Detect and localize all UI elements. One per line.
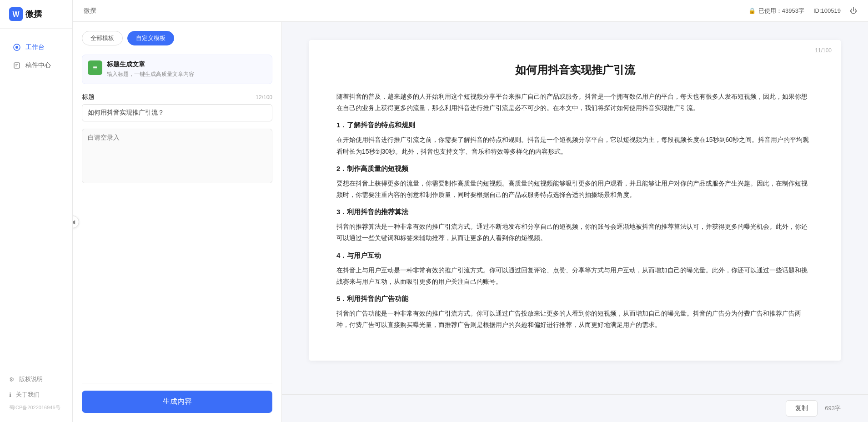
content-form-group (82, 129, 272, 185)
title-input[interactable] (82, 104, 272, 121)
right-panel-footer: 复制 693字 (282, 394, 868, 422)
workbench-icon (13, 43, 21, 51)
sidebar-about[interactable]: ℹ 关于我们 (0, 387, 72, 402)
usage-label: 已使用：43953字 (758, 7, 804, 15)
svg-rect-4 (14, 63, 20, 68)
logout-button[interactable]: ⏻ (850, 7, 857, 15)
sidebar: W 微撰 工作台 稿件中心 ⚙ (0, 0, 73, 422)
article-page: 11/100 如何用抖音实现推广引流 随着抖音的普及，越来越多的人开始利用这个短… (309, 40, 841, 361)
copy-button[interactable]: 复制 (786, 400, 818, 417)
article-para-5: 抖音的广告功能是一种非常有效的推广引流方式。你可以通过广告投放来让更多的人看到你… (336, 308, 813, 331)
template-buttons: 全部模板 自定义模板 (82, 31, 272, 45)
copyright-label: 版权说明 (19, 375, 43, 383)
topbar-title: 微撰 (84, 7, 96, 15)
content-textarea[interactable] (82, 129, 272, 183)
usage-icon: 🔒 (748, 7, 756, 14)
sidebar-footer: ⚙ 版权说明 ℹ 关于我们 蜀ICP备2022016946号 (0, 367, 72, 422)
article-heading-3: 3．利用抖音的推荐算法 (336, 208, 813, 216)
about-label: 关于我们 (16, 391, 40, 399)
sidebar-copyright[interactable]: ⚙ 版权说明 (0, 372, 72, 387)
topbar: 微撰 🔒 已使用：43953字 ID:100519 ⏻ (73, 0, 868, 22)
generate-button[interactable]: 生成内容 (82, 391, 272, 413)
left-panel: 全部模板 自定义模板 ≡ 标题生成文章 输入标题，一键生成高质量文章内容 标题 … (73, 22, 282, 422)
template-card[interactable]: ≡ 标题生成文章 输入标题，一键生成高质量文章内容 (82, 55, 272, 84)
sidebar-nav: 工作台 稿件中心 (0, 29, 72, 367)
logo-icon: W (9, 7, 23, 21)
article-container: 11/100 如何用抖音实现推广引流 随着抖音的普及，越来越多的人开始利用这个短… (282, 22, 868, 394)
template-card-title: 标题生成文章 (107, 60, 194, 69)
article-para-4: 在抖音上与用户互动是一种非常有效的推广引流方式。你可以通过回复评论、点赞、分享等… (336, 265, 813, 287)
sidebar-item-workbench-label: 工作台 (25, 43, 45, 51)
template-card-icon: ≡ (88, 60, 102, 75)
copyright-icon: ⚙ (9, 376, 15, 383)
article-heading-5: 5．利用抖音的广告功能 (336, 295, 813, 303)
about-icon: ℹ (9, 392, 11, 398)
article-heading-2: 2．制作高质量的短视频 (336, 165, 813, 173)
article-title: 如何用抖音实现推广引流 (336, 63, 813, 77)
title-label: 标题 (82, 93, 95, 101)
article-para-2: 要想在抖音上获得更多的流量，你需要制作高质量的短视频。高质量的短视频能够吸引更多… (336, 178, 813, 201)
template-card-description: 输入标题，一键生成高质量文章内容 (107, 70, 194, 78)
all-templates-button[interactable]: 全部模板 (82, 31, 123, 45)
word-count: 693字 (825, 404, 841, 412)
right-panel: 11/100 如何用抖音实现推广引流 随着抖音的普及，越来越多的人开始利用这个短… (282, 22, 868, 422)
template-card-content: 标题生成文章 输入标题，一键生成高质量文章内容 (107, 60, 194, 78)
article-heading-4: 4．与用户互动 (336, 251, 813, 260)
content-wrapper: 全部模板 自定义模板 ≡ 标题生成文章 输入标题，一键生成高质量文章内容 标题 … (73, 22, 868, 422)
id-info: ID:100519 (813, 7, 841, 14)
drafts-icon (13, 61, 21, 70)
logo-area: W 微撰 (0, 0, 72, 29)
icp-text: 蜀ICP备2022016946号 (0, 402, 72, 413)
main-area: 微撰 🔒 已使用：43953字 ID:100519 ⏻ 全部模板 自定义模板 ≡… (73, 0, 868, 422)
logo-text: 微撰 (25, 9, 42, 20)
sidebar-item-drafts-label: 稿件中心 (25, 61, 51, 70)
page-counter: 11/100 (815, 47, 832, 54)
article-para-3: 抖音的推荐算法是一种非常有效的推广引流方式。通过不断地发布和分享自己的短视频，你… (336, 221, 813, 244)
left-panel-bottom: 生成内容 (82, 374, 272, 413)
sidebar-item-workbench[interactable]: 工作台 (4, 39, 69, 56)
svg-point-3 (15, 46, 18, 49)
article-heading-1: 1．了解抖音的特点和规则 (336, 121, 813, 130)
article-intro: 随着抖音的普及，越来越多的人开始利用这个短视频分享平台来推广自己的产品或服务。抖… (336, 91, 813, 114)
custom-templates-button[interactable]: 自定义模板 (127, 31, 174, 45)
title-form-group: 标题 12/100 (82, 93, 272, 121)
article-para-1: 在开始使用抖音进行推广引流之前，你需要了解抖音的特点和规则。抖音是一个短视频分享… (336, 134, 813, 157)
topbar-right: 🔒 已使用：43953字 ID:100519 ⏻ (748, 7, 857, 15)
sidebar-item-drafts[interactable]: 稿件中心 (4, 57, 69, 74)
title-label-row: 标题 12/100 (82, 93, 272, 101)
svg-text:W: W (12, 10, 20, 18)
title-counter: 12/100 (256, 94, 272, 100)
usage-info: 🔒 已使用：43953字 (748, 7, 804, 15)
